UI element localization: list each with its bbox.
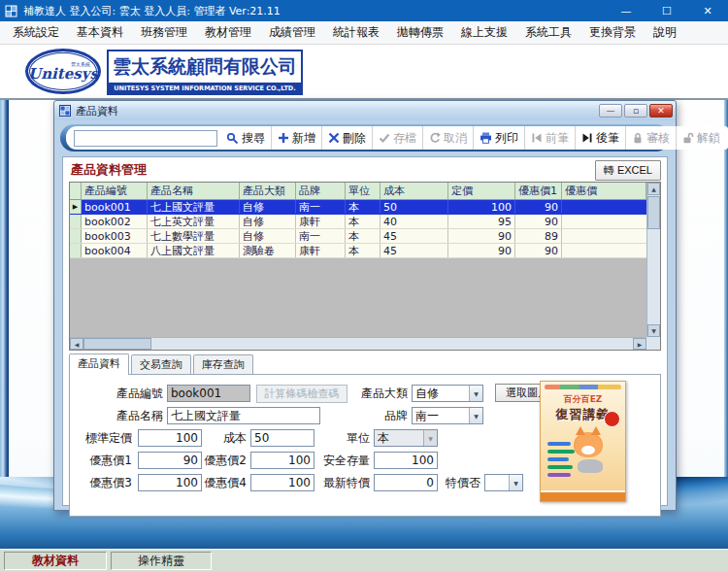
cost-field[interactable] xyxy=(250,429,314,447)
cell-brand: 南一 xyxy=(296,200,346,214)
chevron-down-icon[interactable]: ▼ xyxy=(469,408,482,423)
product-name-field[interactable] xyxy=(167,407,320,424)
cell-brand: 康軒 xyxy=(296,244,346,257)
cell-unit: 本 xyxy=(346,244,381,257)
col-header-product-id[interactable]: 產品編號 xyxy=(82,183,148,199)
company-name-zh: 雲太系統顧問有限公司 xyxy=(109,51,301,83)
col-header-product-name[interactable]: 產品名稱 xyxy=(148,183,240,199)
child-titlebar[interactable]: 產品資料 — ▫ ✕ xyxy=(54,101,676,120)
scroll-down-icon[interactable]: ▼ xyxy=(647,324,660,337)
safety-stock-field[interactable] xyxy=(374,452,438,469)
company-logo: 雲太系統 Unitesys xyxy=(25,49,101,94)
table-row[interactable]: ▶ book001 七上國文評量 自修 南一 本 50 100 90 xyxy=(70,200,646,215)
chevron-down-icon[interactable]: ▼ xyxy=(469,386,482,401)
menu-item-basic-data[interactable]: 基本資料 xyxy=(68,21,132,44)
menu-item-system-settings[interactable]: 系統設定 xyxy=(4,21,68,44)
logo-script-text: Unitesys xyxy=(28,67,98,82)
menu-item-help[interactable]: 說明 xyxy=(645,21,685,44)
cell-product-id: book001 xyxy=(82,200,148,214)
cell-category: 測驗卷 xyxy=(240,244,296,257)
cell-promo2 xyxy=(562,200,646,214)
table-row[interactable]: book004 八上國文評量 測驗卷 康軒 本 45 90 90 xyxy=(70,244,646,258)
promo1-field[interactable] xyxy=(138,452,202,469)
child-maximize-button[interactable]: ▫ xyxy=(624,104,647,118)
col-header-cost[interactable]: 成本 xyxy=(381,183,448,199)
status-panel-material[interactable]: 教材資料 xyxy=(4,552,107,570)
cell-price: 90 xyxy=(448,229,515,243)
list-price-field[interactable] xyxy=(138,429,202,447)
horizontal-scrollbar[interactable]: ◀ ▶ xyxy=(70,337,646,350)
print-button[interactable]: 列印 xyxy=(474,126,525,150)
product-id-field[interactable] xyxy=(167,385,250,402)
brand-select[interactable]: 南一▼ xyxy=(412,407,483,424)
export-excel-button[interactable]: 轉 EXCEL xyxy=(595,160,661,181)
status-panel-wizard[interactable]: 操作精靈 xyxy=(111,552,212,570)
menu-item-report[interactable]: 統計報表 xyxy=(324,21,388,44)
unlock-button: 解鎖 xyxy=(677,126,726,150)
unit-label: 單位 xyxy=(323,429,370,447)
promo3-field[interactable] xyxy=(138,474,202,491)
col-header-brand[interactable]: 品牌 xyxy=(296,183,346,199)
add-button[interactable]: 新增 xyxy=(272,126,322,150)
status-bar: 教材資料 操作精靈 xyxy=(0,549,728,572)
cell-cost: 45 xyxy=(381,229,448,243)
tab-transaction-query[interactable]: 交易查詢 xyxy=(131,354,191,375)
table-row[interactable]: book003 七上數學評量 自修 南一 本 45 90 89 xyxy=(70,229,646,244)
special-flag-select[interactable]: ▼ xyxy=(484,474,523,491)
company-header: 雲太系統 Unitesys 雲太系統顧問有限公司 UNITESYS SYSTEM… xyxy=(0,45,728,100)
menu-item-material-mgmt[interactable]: 教材管理 xyxy=(196,21,260,44)
menu-bar: 系統設定 基本資料 班務管理 教材管理 成績管理 統計報表 拋轉傳票 線上支援 … xyxy=(0,21,728,45)
search-input[interactable] xyxy=(74,130,217,147)
page-title: 產品資料管理 xyxy=(71,161,595,179)
child-minimize-button[interactable]: — xyxy=(599,104,622,118)
company-name-en: UNITESYS SYSTEM INFORMATION SERVICE CO.,… xyxy=(109,83,301,93)
next-record-button[interactable]: 後筆 xyxy=(576,126,626,150)
cell-price: 100 xyxy=(448,200,515,214)
category-select[interactable]: 自修▼ xyxy=(412,385,483,402)
lock-icon xyxy=(632,132,644,144)
tab-product-data[interactable]: 產品資料 xyxy=(69,353,129,375)
cell-unit: 本 xyxy=(346,229,381,243)
col-header-promo2[interactable]: 優惠價 xyxy=(562,183,646,199)
chevron-down-icon[interactable]: ▼ xyxy=(423,430,437,446)
menu-item-class-mgmt[interactable]: 班務管理 xyxy=(132,21,196,44)
unlock-icon xyxy=(682,132,694,144)
col-header-category[interactable]: 產品大類 xyxy=(240,183,296,199)
cell-promo2 xyxy=(562,215,646,228)
search-button-label: 搜尋 xyxy=(242,130,265,147)
category-value: 自修 xyxy=(413,386,469,401)
menu-item-voucher[interactable]: 拋轉傳票 xyxy=(388,21,452,44)
menu-item-system-tools[interactable]: 系統工具 xyxy=(516,21,580,44)
unit-select[interactable]: 本▼ xyxy=(374,429,438,447)
minimize-button[interactable]: — xyxy=(606,0,646,21)
delete-button[interactable]: 刪除 xyxy=(322,126,373,150)
promo2-field[interactable] xyxy=(250,452,314,469)
child-close-button[interactable]: ✕ xyxy=(649,104,673,118)
close-button[interactable]: ✕ xyxy=(687,0,728,21)
cell-price: 90 xyxy=(448,244,515,257)
cell-promo2 xyxy=(562,229,646,243)
scroll-up-icon[interactable]: ▲ xyxy=(647,183,660,195)
menu-item-online-support[interactable]: 線上支援 xyxy=(452,21,516,44)
product-image: 百分百EZ 復習講義 xyxy=(540,381,626,502)
vertical-scrollbar[interactable]: ▲ ▼ xyxy=(646,183,660,337)
vertical-scroll-thumb[interactable] xyxy=(647,196,660,229)
promo4-label: 優惠價4 xyxy=(194,474,247,491)
table-row[interactable]: book002 七上英文評量 自修 康軒 本 40 95 90 xyxy=(70,215,646,229)
latest-price-field[interactable] xyxy=(374,474,438,491)
scroll-left-icon[interactable]: ◀ xyxy=(70,338,83,350)
search-button[interactable]: 搜尋 xyxy=(220,126,272,150)
cell-unit: 本 xyxy=(346,215,381,228)
horizontal-scroll-thumb[interactable] xyxy=(83,338,151,350)
scroll-right-icon[interactable]: ▶ xyxy=(633,338,646,350)
cell-product-id: book004 xyxy=(82,244,148,257)
menu-item-change-background[interactable]: 更換背景 xyxy=(580,21,645,44)
col-header-promo1[interactable]: 優惠價1 xyxy=(515,183,562,199)
tab-stock-query[interactable]: 庫存查詢 xyxy=(193,354,253,375)
col-header-price[interactable]: 定價 xyxy=(448,183,515,199)
promo4-field[interactable] xyxy=(250,474,314,491)
col-header-unit[interactable]: 單位 xyxy=(346,183,381,199)
maximize-button[interactable]: ☐ xyxy=(646,0,687,21)
chevron-down-icon[interactable]: ▼ xyxy=(509,475,522,490)
menu-item-grade-mgmt[interactable]: 成績管理 xyxy=(260,21,324,44)
